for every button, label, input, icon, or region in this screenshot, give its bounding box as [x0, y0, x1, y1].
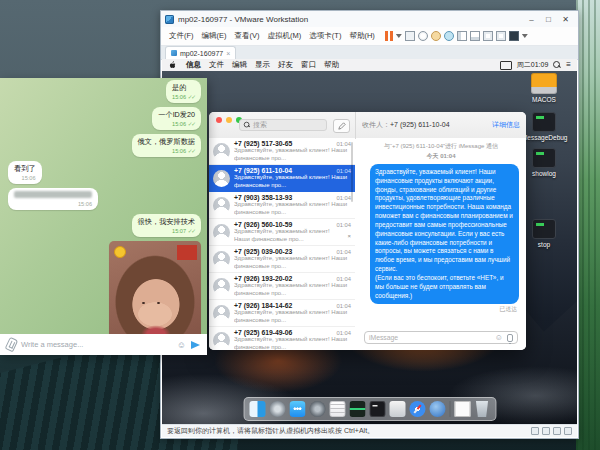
- notification-center-icon[interactable]: ≡: [566, 61, 571, 69]
- pause-caret[interactable]: [396, 34, 402, 38]
- send-button-icon[interactable]: [191, 341, 200, 349]
- thumbnail-bar-icon[interactable]: [470, 31, 480, 41]
- spotlight-search-icon[interactable]: [553, 61, 561, 69]
- imessage-input[interactable]: iMessage ☺: [364, 331, 518, 344]
- vm-hdd-icon: [531, 427, 539, 435]
- emoji-picker-icon[interactable]: ☺: [495, 333, 503, 342]
- telegram-bubble: 俄文，俄罗斯数据 15:06 ✓✓: [132, 134, 202, 157]
- minimize-traffic-light[interactable]: [226, 117, 232, 123]
- details-link[interactable]: 详细信息: [492, 120, 520, 130]
- desktop-icon[interactable]: showlog: [532, 148, 556, 177]
- vm-tab[interactable]: mp02-160977 ×: [165, 46, 236, 59]
- telegram-emoji-icon[interactable]: ☺: [177, 340, 186, 350]
- finder[interactable]: [249, 401, 265, 417]
- desktop-icon[interactable]: MACOS: [531, 73, 557, 103]
- contacts[interactable]: [429, 401, 445, 417]
- microphone-icon[interactable]: [507, 334, 513, 342]
- activity-monitor[interactable]: [349, 401, 365, 417]
- macos-menu-item[interactable]: 窗口: [297, 60, 320, 69]
- automator[interactable]: [389, 401, 405, 417]
- telegram-bubble: 15:07 ✓: [109, 241, 201, 334]
- contact-number: +7 (925) 611-10-04: [234, 167, 292, 174]
- vmware-menu-item[interactable]: 查看(V): [231, 31, 264, 40]
- vm-tools-icon: [564, 427, 572, 435]
- conversation-row[interactable]: +7 (925) 039-00-23 01:04 Здравствуйте, у…: [209, 246, 355, 273]
- window-control[interactable]: □: [540, 13, 557, 26]
- messages[interactable]: [289, 401, 305, 417]
- window-control[interactable]: ✕: [557, 13, 574, 26]
- macos-menu-item[interactable]: 好友: [274, 60, 297, 69]
- macos-menu-item[interactable]: 文件: [205, 60, 228, 69]
- fullscreen-icon[interactable]: [483, 31, 493, 41]
- conversation-scrollbar[interactable]: [351, 142, 353, 202]
- trash[interactable]: [474, 401, 490, 417]
- conversation-row[interactable]: +7 (925) 517-30-65 01:04 Здравствуйте, у…: [209, 138, 355, 165]
- snapshot-take-icon[interactable]: [431, 31, 441, 41]
- conversation-row[interactable]: +7 (925) 619-49-06 01:04 Здравствуйте, у…: [209, 327, 355, 350]
- display-mirroring-icon[interactable]: [500, 61, 512, 70]
- message-thread: 与“+7 (925) 611-10-04”进行 iMessage 通信 今天 0…: [356, 138, 526, 350]
- to-value: +7 (925) 611-10-04: [390, 121, 450, 128]
- vm-display[interactable]: 信息文件编辑显示好友窗口帮助 周二01:09 ≡ MACOS iMessageD…: [162, 59, 577, 424]
- terminal[interactable]: [369, 401, 385, 417]
- launchpad[interactable]: [269, 401, 285, 417]
- snapshot-clock-icon[interactable]: [418, 31, 428, 41]
- conversation-preview: Здравствуйте, уважаемый клиент! Наши фин…: [234, 255, 351, 270]
- vmware-menu-item[interactable]: 编辑(E): [198, 31, 231, 40]
- conversation-row[interactable]: +7 (926) 184-14-62 01:04 Здравствуйте, у…: [209, 300, 355, 327]
- contact-avatar-icon: [213, 170, 230, 187]
- ctrl-alt-del-icon[interactable]: [405, 31, 415, 41]
- conversation-row[interactable]: +7 (926) 193-20-02 01:04 Здравствуйте, у…: [209, 273, 355, 300]
- conversation-preview: Здравствуйте, уважаемый клиент! Наши фин…: [234, 228, 345, 243]
- system-preferences[interactable]: [309, 401, 325, 417]
- conversation-row[interactable]: +7 (926) 560-10-59 01:04 Здравствуйте, у…: [209, 219, 355, 246]
- macos-menu-item[interactable]: 帮助: [320, 60, 343, 69]
- contact-avatar-icon: [213, 143, 230, 160]
- library-panel-icon[interactable]: [457, 31, 467, 41]
- telegram-window: 是的 15:06 ✓✓ 一个ID发20 15:06 ✓✓ 俄文，俄罗斯数据 15…: [0, 78, 207, 355]
- conversation-row[interactable]: +7 (925) 611-10-04 01:04 Здравствуйте, у…: [209, 165, 355, 192]
- desktop-icon-column: MACOS iMessageDebug showlog stop: [519, 73, 569, 257]
- dock-separator[interactable]: [449, 401, 450, 417]
- vmware-menu: 文件(F)编辑(E)查看(V)虚拟机(M)选项卡(T)帮助(H): [165, 31, 379, 41]
- outgoing-message-bubble: Здравствуйте, уважаемый клиент! Наши фин…: [370, 164, 519, 304]
- apple-logo-icon[interactable]: [168, 61, 176, 70]
- view-caret[interactable]: [522, 34, 528, 38]
- close-traffic-light[interactable]: [216, 117, 222, 123]
- conversation-row[interactable]: +7 (903) 358-13-93 01:04 Здравствуйте, у…: [209, 192, 355, 219]
- conversation-close-icon[interactable]: ×: [345, 233, 351, 239]
- macos-menu-item[interactable]: 编辑: [228, 60, 251, 69]
- vm-tab-icon: [171, 50, 177, 56]
- attach-paperclip-icon[interactable]: [5, 337, 19, 353]
- telegram-message: 很快，我安排技术 15:07 ✓✓: [8, 214, 201, 237]
- vmware-menu-item[interactable]: 帮助(H): [345, 31, 378, 40]
- compose-button[interactable]: [333, 119, 350, 133]
- telegram-message-text: 俄文，俄罗斯数据: [138, 137, 196, 146]
- imessage-search-field[interactable]: 搜索: [239, 119, 327, 131]
- host-wallpaper-right: [576, 0, 600, 450]
- desktop-icon-label: showlog: [532, 170, 556, 177]
- macos-menu-item[interactable]: 信息: [182, 60, 205, 69]
- unity-icon[interactable]: [496, 31, 506, 41]
- safari[interactable]: [409, 401, 425, 417]
- macos-menu-item[interactable]: 显示: [251, 60, 274, 69]
- desktop-icon[interactable]: stop: [532, 219, 556, 248]
- vm-tab-close-icon[interactable]: ×: [226, 50, 230, 57]
- menubar-clock[interactable]: 周二01:09: [517, 60, 549, 70]
- document[interactable]: [454, 401, 470, 417]
- thread-date: 今天 01:04: [356, 152, 526, 161]
- console-view-icon[interactable]: [509, 31, 519, 41]
- telegram-message-time: 15:06: [172, 121, 186, 127]
- textedit[interactable]: [329, 401, 345, 417]
- vm-tab-label: mp02-160977: [180, 50, 223, 57]
- vmware-titlebar[interactable]: mp02-160977 - VMware Workstation –□✕: [161, 11, 578, 27]
- telegram-input-bar[interactable]: Write a message... ☺: [0, 334, 207, 355]
- window-control[interactable]: –: [523, 13, 540, 26]
- vmware-menu-item[interactable]: 虚拟机(M): [264, 31, 306, 40]
- snapshot-manager-icon[interactable]: [444, 31, 454, 41]
- vmware-menu-item[interactable]: 选项卡(T): [305, 31, 345, 40]
- vmware-menu-item[interactable]: 文件(F): [165, 31, 198, 40]
- desktop-icon[interactable]: iMessageDebug: [521, 112, 568, 141]
- telegram-bubble: 很快，我安排技术 15:07 ✓✓: [132, 214, 202, 237]
- pause-button[interactable]: [385, 31, 393, 41]
